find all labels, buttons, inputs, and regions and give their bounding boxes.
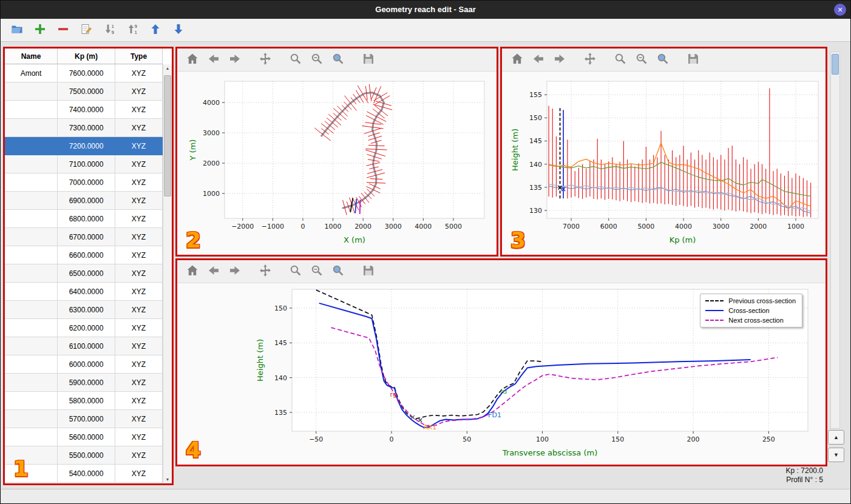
svg-text:1: 1: [112, 24, 114, 29]
customize-button[interactable]: [330, 52, 346, 68]
column-header-name[interactable]: Name: [5, 49, 58, 64]
home-button[interactable]: [185, 52, 200, 68]
table-row[interactable]: 5800.0000XYZ: [5, 392, 163, 410]
cell-kp: 5500.0000: [58, 446, 115, 465]
table-row[interactable]: 7000.0000XYZ: [5, 173, 163, 192]
back-button[interactable]: [531, 52, 546, 68]
customize-button[interactable]: [655, 52, 671, 68]
save-button[interactable]: [361, 52, 376, 68]
cell-name: [5, 101, 58, 119]
table-scrollbar[interactable]: ▲ ▼: [163, 64, 172, 483]
table-row[interactable]: 6800.0000XYZ: [5, 210, 163, 228]
scroll-down-icon[interactable]: ▼: [163, 475, 172, 483]
pan-button[interactable]: [582, 52, 598, 68]
sort-descending-button[interactable]: 19: [101, 22, 117, 38]
table-row[interactable]: Amont7600.0000XYZ: [5, 64, 163, 82]
forward-button[interactable]: [227, 52, 243, 68]
customize-button[interactable]: [330, 264, 346, 280]
zoom-button[interactable]: [612, 52, 628, 68]
table-row[interactable]: 6500.0000XYZ: [5, 264, 163, 283]
cell-name: [5, 374, 58, 392]
profile-down-button[interactable]: ▼: [828, 448, 844, 462]
save-button[interactable]: [685, 52, 701, 68]
cell-name: [5, 392, 58, 410]
svg-text:100: 100: [536, 435, 549, 443]
subplots-button[interactable]: [309, 264, 325, 280]
cross-sections-table-panel: Name Kp (m) Type Amont7600.0000XYZ7500.0…: [3, 47, 174, 485]
scroll-up-icon[interactable]: ▲: [163, 64, 172, 72]
cross-toolbar: [177, 260, 826, 283]
cell-type: XYZ: [115, 301, 163, 319]
svg-text:Height (m): Height (m): [510, 129, 520, 171]
sort-ascending-button[interactable]: 91: [124, 22, 140, 38]
pan-button[interactable]: [257, 52, 273, 68]
cell-type: XYZ: [115, 392, 163, 410]
move-down-button[interactable]: [171, 22, 186, 38]
cell-type: XYZ: [115, 173, 163, 192]
cross-legend: Previous cross-sectionCross-sectionNext …: [700, 294, 802, 328]
profil-status: Profil N° : 5: [786, 475, 823, 485]
back-button[interactable]: [206, 264, 222, 280]
cell-kp: 6200.0000: [58, 319, 115, 337]
table-row[interactable]: 7400.0000XYZ: [5, 101, 163, 119]
open-button[interactable]: [9, 22, 25, 38]
cell-name: [5, 283, 58, 301]
table-row[interactable]: 5700.0000XYZ: [5, 410, 163, 428]
svg-text:3000: 3000: [203, 129, 220, 137]
plan-chart[interactable]: −2000−1000010002000300040005000100020003…: [177, 72, 497, 255]
zoom-button[interactable]: [288, 264, 303, 280]
move-up-button[interactable]: [147, 22, 163, 38]
profile-up-button[interactable]: ▲: [828, 430, 844, 445]
subplots-icon: [635, 52, 648, 67]
plan-toolbar: [177, 49, 497, 72]
svg-text:5000: 5000: [445, 223, 462, 230]
back-icon: [207, 264, 220, 279]
save-button[interactable]: [361, 264, 376, 280]
remove-button[interactable]: [55, 22, 71, 38]
window-scrollbar-thumb[interactable]: [832, 54, 839, 75]
cell-kp: 7000.0000: [58, 173, 115, 192]
edit-button[interactable]: [78, 22, 94, 38]
cell-name: [5, 264, 58, 283]
table-row[interactable]: 6000.0000XYZ: [5, 355, 163, 374]
table-row[interactable]: 7500.0000XYZ: [5, 82, 163, 101]
table-row[interactable]: 6200.0000XYZ: [5, 319, 163, 337]
profile-chart[interactable]: 7000600050004000300020001000130135140145…: [502, 72, 826, 255]
table-row[interactable]: 6100.0000XYZ: [5, 337, 163, 355]
table-row[interactable]: 6700.0000XYZ: [5, 228, 163, 246]
table-row[interactable]: 5900.0000XYZ: [5, 374, 163, 392]
table-row[interactable]: 6400.0000XYZ: [5, 283, 163, 301]
cell-type: XYZ: [115, 210, 163, 228]
column-header-type[interactable]: Type: [115, 49, 163, 64]
home-button[interactable]: [509, 52, 525, 68]
subplots-button[interactable]: [634, 52, 649, 68]
table-row[interactable]: 7300.0000XYZ: [5, 119, 163, 137]
table-scrollbar-thumb[interactable]: [164, 75, 171, 197]
forward-button[interactable]: [552, 52, 568, 68]
forward-button[interactable]: [227, 264, 243, 280]
subplots-button[interactable]: [309, 52, 325, 68]
cell-name: [5, 246, 58, 264]
cell-name: [5, 155, 58, 173]
column-header-kp[interactable]: Kp (m): [58, 49, 115, 64]
pan-button[interactable]: [257, 264, 273, 280]
table-row[interactable]: 7200.0000XYZ: [5, 137, 163, 155]
save-icon: [362, 52, 375, 67]
close-button[interactable]: ✕: [834, 4, 846, 16]
cell-name: [5, 428, 58, 446]
table-row[interactable]: 5600.0000XYZ: [5, 428, 163, 446]
table-row[interactable]: 6900.0000XYZ: [5, 192, 163, 210]
cell-name: [5, 119, 58, 137]
home-button[interactable]: [185, 264, 200, 280]
table-row[interactable]: 6300.0000XYZ: [5, 301, 163, 319]
table-row[interactable]: 7100.0000XYZ: [5, 155, 163, 173]
add-button[interactable]: [32, 22, 48, 38]
back-button[interactable]: [206, 52, 222, 68]
svg-text:250: 250: [762, 435, 775, 443]
arrow-down-icon: [172, 23, 185, 37]
svg-text:9: 9: [135, 24, 137, 29]
zoom-button[interactable]: [288, 52, 303, 68]
window-scrollbar[interactable]: [830, 52, 840, 429]
table-row[interactable]: 6600.0000XYZ: [5, 246, 163, 264]
svg-text:200: 200: [687, 435, 700, 443]
